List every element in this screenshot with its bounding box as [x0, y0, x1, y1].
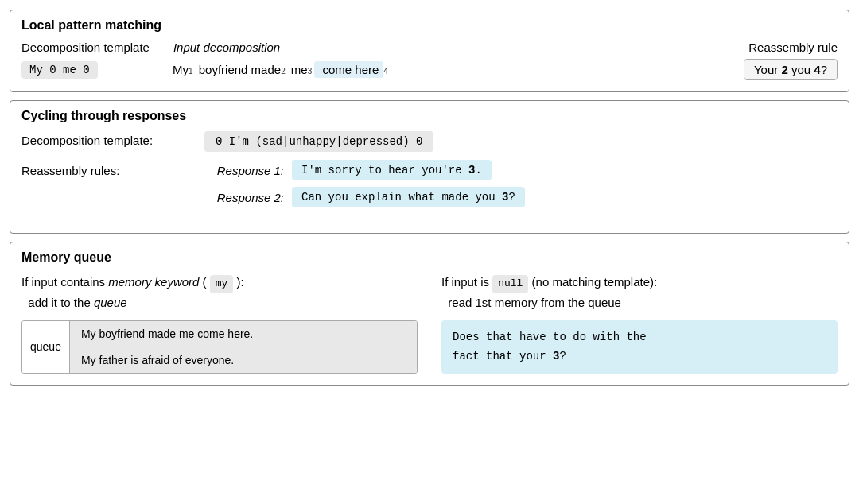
section-cycling: Cycling through responses Decomposition … [10, 100, 849, 234]
memory-response-num: 3 [553, 350, 559, 362]
response1-box: I'm sorry to hear you're 3. [292, 160, 492, 180]
queue-item-1: My boyfriend made me come here. [70, 321, 417, 347]
response2-label: Response 2: [204, 191, 284, 204]
decomp-code: 0 I'm (sad|unhappy|depressed) 0 [204, 131, 433, 152]
memory-keyword-label: memory keyword [108, 275, 199, 289]
reassembly-label: Reassembly rules: [21, 164, 189, 177]
token-me: me [288, 63, 308, 76]
section-local-pattern: Local pattern matching Decomposition tem… [10, 10, 849, 92]
response2-box: Can you explain what made you 3? [292, 187, 525, 207]
section-memory: Memory queue If input contains memory ke… [10, 242, 849, 386]
template-code: My 0 me 0 [21, 61, 98, 79]
response2-num: 3 [502, 191, 508, 204]
token-boyfriend: boyfriend made [196, 63, 282, 76]
memory-right: If input is null (no matching template):… [441, 273, 838, 374]
decomp-label: Decomposition template: [21, 134, 189, 147]
response1-num: 3 [468, 164, 475, 176]
queue-item-2: My father is afraid of everyone. [70, 347, 417, 373]
response1-label: Response 1: [204, 164, 284, 177]
token-my: My [173, 63, 189, 76]
col2-header: Input decomposition [173, 41, 280, 54]
reassembly-row: Reassembly rules: Response 1: I'm sorry … [21, 160, 838, 214]
right-desc: If input is null (no matching template):… [441, 273, 838, 312]
memory-left: If input contains memory keyword ( my ):… [21, 273, 418, 374]
queue-items: My boyfriend made me come here. My fathe… [70, 321, 417, 373]
section1-title: Local pattern matching [21, 18, 838, 33]
col3-header: Reassembly rule [748, 41, 838, 54]
decomp-tokens: My1 boyfriend made2 me3 come here4 [173, 61, 391, 78]
decomp-row: Decomposition template: 0 I'm (sad|unhap… [21, 131, 838, 152]
token-come-here: come here [314, 61, 383, 78]
memory-response-box: Does that have to do with the fact that … [441, 320, 838, 374]
queue-table: queue My boyfriend made me come here. My… [21, 320, 418, 374]
section3-title: Memory queue [21, 250, 838, 265]
reassembly-2: 2 [781, 63, 787, 76]
response2-row: Response 2: Can you explain what made yo… [204, 187, 838, 207]
queue-label-italic: queue [94, 296, 127, 309]
response1-row: Response 1: I'm sorry to hear you're 3. [204, 160, 838, 180]
memory-inner: If input contains memory keyword ( my ):… [21, 273, 838, 374]
section2-title: Cycling through responses [21, 109, 838, 123]
reassembly-4: 4 [814, 63, 820, 76]
left-desc: If input contains memory keyword ( my ):… [21, 273, 418, 312]
reassembly-rule: Your 2 you 4? [744, 59, 838, 80]
queue-side-label: queue [22, 321, 70, 373]
my-keyword: my [210, 275, 234, 293]
col1-header: Decomposition template [21, 41, 150, 54]
null-keyword: null [492, 275, 528, 293]
